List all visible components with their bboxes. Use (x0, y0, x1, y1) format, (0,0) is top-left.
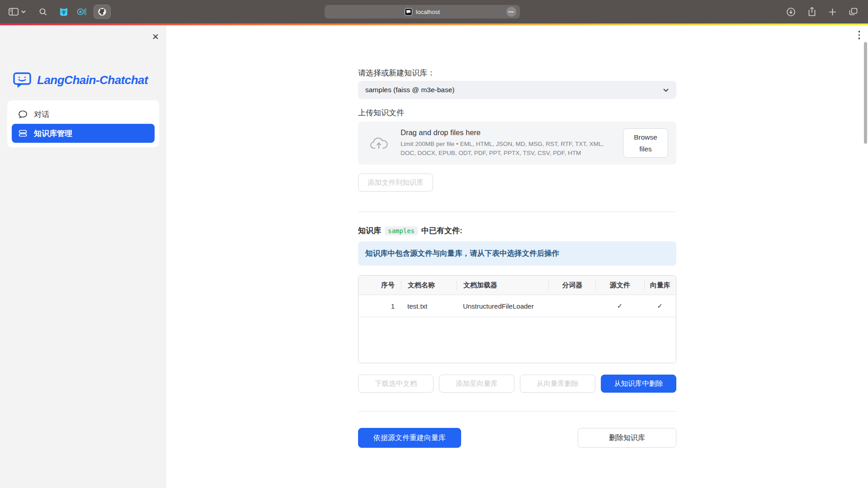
kb-files-table[interactable]: 序号 文档名称 文档加载器 分词器 源文件 向量库 1 test.txt Uns… (358, 275, 676, 363)
table-header: 序号 文档名称 文档加载器 分词器 源文件 向量库 (359, 276, 676, 295)
delete-kb-button[interactable]: 删除知识库 (578, 428, 676, 448)
cell-index: 1 (359, 302, 401, 310)
column-header: 向量库 (644, 281, 676, 290)
rebuild-vectorstore-button[interactable]: 依据源文件重建向量库 (358, 428, 461, 448)
kb-name-code: samples (385, 226, 418, 235)
delete-from-kb-button[interactable]: 从知识库中删除 (601, 375, 676, 393)
heading-prefix: 知识库 (358, 225, 381, 236)
column-header: 分词器 (548, 281, 595, 290)
dropzone-title: Drag and drop files here (401, 128, 612, 137)
divider (358, 211, 676, 212)
divider (358, 411, 676, 412)
sidebar-menu: 对话 知识库管理 (7, 100, 159, 147)
app-logo: LangChain-Chatchat (13, 71, 148, 89)
active-tab-pill[interactable] (94, 5, 111, 19)
file-dropzone[interactable]: Drag and drop files here Limit 200MB per… (358, 122, 676, 164)
table-row[interactable]: 1 test.txt UnstructuredFileLoader ✓ ✓ (359, 295, 676, 317)
tab-overview-icon[interactable] (849, 7, 858, 16)
new-tab-icon[interactable] (828, 8, 837, 16)
scrollbar-thumb[interactable] (864, 42, 867, 144)
browser-toolbar: localhost ⋯ (0, 0, 868, 23)
sidebar: ✕ LangChain-Chatchat 对 (0, 25, 166, 488)
row-action-buttons: 下载选中文档 添加至向量库 从向量库删除 从知识库中删除 (358, 375, 676, 393)
kb-action-buttons: 依据源文件重建向量库 删除知识库 (358, 428, 676, 448)
kb-files-heading: 知识库 samples 中已有文件: (358, 225, 676, 236)
column-header: 文档加载器 (457, 281, 549, 290)
logo-chat-bubble-icon (13, 71, 32, 89)
search-icon[interactable] (39, 8, 47, 16)
column-header: 序号 (359, 281, 401, 290)
sidebar-item-label: 对话 (34, 109, 49, 120)
upload-label: 上传知识文件 (358, 108, 676, 118)
downloads-icon[interactable] (786, 7, 796, 17)
kb-selectbox[interactable]: samples (faiss @ m3e-base) (358, 81, 676, 99)
cloud-upload-icon (370, 136, 390, 150)
share-icon[interactable] (807, 7, 816, 17)
page-settings-icon[interactable]: ⋯ (506, 7, 516, 17)
site-favicon (405, 8, 412, 16)
cell-loader: UnstructuredFileLoader (457, 302, 549, 310)
cell-vector-check: ✓ (644, 302, 676, 310)
chevron-down-icon (663, 88, 669, 92)
delete-from-vectorstore-button[interactable]: 从向量库删除 (520, 375, 595, 393)
cell-doc-name: test.txt (401, 302, 457, 310)
kb-selectbox-value: samples (faiss @ m3e-base) (365, 86, 455, 94)
address-url: localhost (416, 9, 440, 15)
add-files-to-kb-button[interactable]: 添加文件到知识库 (358, 174, 433, 192)
cell-source-check: ✓ (595, 302, 644, 310)
database-icon (18, 129, 28, 138)
sidebar-item-dialogue[interactable]: 对话 (12, 105, 155, 124)
logo-text: LangChain-Chatchat (37, 73, 148, 87)
kb-select-label: 请选择或新建知识库： (358, 68, 676, 78)
close-sidebar-icon[interactable]: ✕ (152, 33, 159, 41)
download-selected-button[interactable]: 下载选中文档 (358, 375, 434, 393)
chat-bubble-icon (18, 110, 28, 119)
column-header: 源文件 (595, 281, 644, 290)
add-to-vectorstore-button[interactable]: 添加至向量库 (439, 375, 514, 393)
sidebar-chevron-down-icon[interactable] (21, 10, 26, 14)
heading-suffix: 中已有文件: (421, 225, 462, 236)
github-icon (98, 7, 107, 16)
address-bar[interactable]: localhost ⋯ (325, 5, 520, 19)
sidebar-item-kb-management[interactable]: 知识库管理 (12, 124, 155, 143)
info-banner: 知识库中包含源文件与向量库，请从下表中选择文件后操作 (358, 241, 676, 266)
dropzone-hint: Limit 200MB per file • EML, HTML, JSON, … (401, 140, 612, 157)
sidebar-item-label: 知识库管理 (34, 128, 72, 139)
cat-download-icon[interactable] (59, 7, 68, 17)
main-area: 请选择或新建知识库： samples (faiss @ m3e-base) 上传… (166, 25, 868, 488)
app-menu-kebab-icon[interactable] (859, 31, 860, 39)
sidebar-toggle-icon[interactable] (8, 7, 19, 16)
browse-files-button[interactable]: Browse files (623, 128, 668, 158)
rings-icon[interactable] (76, 7, 86, 16)
column-header: 文档名称 (401, 281, 457, 290)
